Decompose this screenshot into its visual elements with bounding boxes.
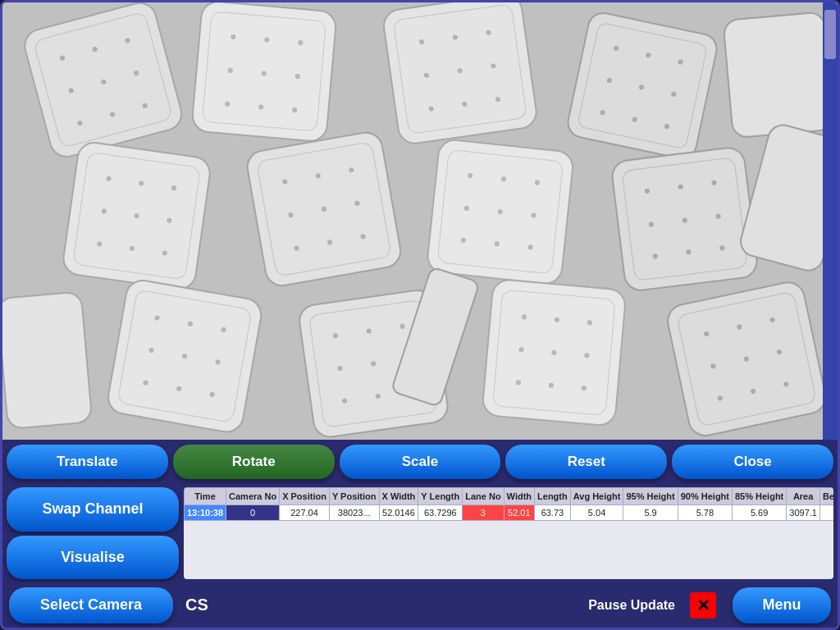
svg-rect-23 [381,2,538,145]
table-cell: 5.04 [570,505,623,521]
table-cell: 63.7296 [418,505,463,521]
close-button[interactable]: Close [672,445,833,479]
data-table: Time Camera No X Position Y Position X W… [184,487,833,579]
swap-channel-button[interactable]: Swap Channel [7,487,179,532]
svg-rect-45 [723,11,833,138]
table-cell: 3 [463,505,504,521]
visualise-button[interactable]: Visualise [7,536,179,580]
table-cell: 5.78 [678,505,732,521]
col-90-height: 90% Height [678,488,732,505]
table-cell: 38023... [329,505,379,521]
scroll-thumb[interactable] [824,10,836,59]
table-body: 13:10:380227.0438023...52.014663.7296352… [185,505,834,521]
col-y-length: Y Length [418,488,463,505]
table-cell: 52.01 [504,505,534,521]
col-85-height: 85% Height [732,488,786,505]
table-cell: 3097.1 [787,505,820,521]
cracker-svg [2,2,838,440]
col-y-position: Y Position [329,488,379,505]
pause-update-button[interactable]: ✕ [690,592,716,619]
footer: Select Camera CS Pause Update ✕ Menu [2,582,838,628]
translate-button[interactable]: Translate [7,445,168,479]
table-cell: 13:10:38 [185,505,226,521]
cs-label: CS [185,596,208,614]
toolbar: Translate Rotate Scale Reset Close [2,440,838,484]
bottom-panel: Swap Channel Visualise Time Camera No X … [2,484,838,582]
table-cell: 52.0146 [379,505,418,521]
table-cell: 227.04 [280,505,330,521]
reset-button[interactable]: Reset [505,445,667,479]
app: Translate Rotate Scale Reset Close Swap … [0,0,840,630]
col-width: Width [504,488,534,505]
col-camera-no: Camera No [226,488,280,505]
menu-button[interactable]: Menu [733,587,831,623]
left-buttons: Swap Channel Visualise [7,487,179,579]
col-time: Time [185,488,226,505]
scale-button[interactable]: Scale [340,445,501,479]
table-cell: 5.69 [732,505,786,521]
table-header-row: Time Camera No X Position Y Position X W… [185,488,834,505]
col-belt-height: Belt Height [819,488,833,505]
col-avg-height: Avg Height [570,488,623,505]
col-x-width: X Width [379,488,418,505]
pause-update-label: Pause Update [588,598,675,613]
svg-rect-91 [2,291,92,429]
col-95-height: 95% Height [623,488,678,505]
table-cell: 63.73 [535,505,571,521]
image-area [2,2,838,440]
camera-feed [2,2,838,440]
table-cell: 5.9 [623,505,678,521]
table-cell: 49.69 [819,505,833,521]
scrollbar[interactable] [823,2,838,440]
rotate-button[interactable]: Rotate [173,445,335,479]
col-lane-no: Lane No [463,488,504,505]
select-camera-button[interactable]: Select Camera [9,587,173,623]
col-area: Area [787,488,820,505]
col-x-position: X Position [280,488,330,505]
table-row: 13:10:380227.0438023...52.014663.7296352… [185,505,834,521]
table-cell: 0 [226,505,280,521]
col-length: Length [535,488,571,505]
